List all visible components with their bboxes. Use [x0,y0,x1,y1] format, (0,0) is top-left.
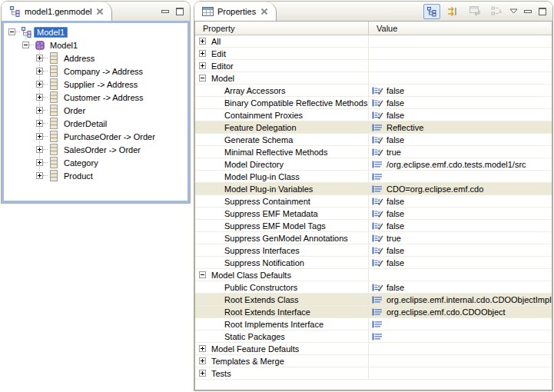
value-cell[interactable] [369,367,552,379]
property-row-all[interactable]: All [195,35,552,48]
tree-item-company-address[interactable]: Company -> Address [4,65,187,78]
property-cell[interactable]: Suppress Interfaces [195,244,369,256]
property-cell[interactable]: Suppress GenModel Annotations [195,232,369,244]
value-cell[interactable]: false [369,195,552,207]
category-cell[interactable]: Model Feature Defaults [195,343,369,354]
value-cell[interactable]: false [369,97,552,108]
expand-icon[interactable] [199,345,206,352]
expand-icon[interactable] [36,94,43,101]
value-cell[interactable] [369,35,552,47]
properties-maximize-icon[interactable] [537,7,547,15]
property-row-suppress-containment[interactable]: Suppress Containmentfalse [195,195,552,208]
property-row-containment-proxies[interactable]: Containment Proxiesfalse [195,109,552,121]
expand-icon[interactable] [36,107,43,114]
restore-default-value-button[interactable] [466,4,483,19]
expand-icon[interactable] [36,133,43,140]
property-cell[interactable]: Root Extends Class [195,294,369,305]
tree-item-label[interactable]: Order [61,106,88,115]
property-row-suppress-interfaces[interactable]: Suppress Interfacesfalse [195,244,552,257]
tree-item-label[interactable]: OrderDetail [61,119,109,128]
property-row-model[interactable]: Model [195,72,552,85]
value-cell[interactable] [369,171,552,182]
property-row-model-directory[interactable]: Model Directory/org.eclipse.emf.cdo.test… [195,158,552,171]
expand-icon[interactable] [199,50,206,57]
value-cell[interactable]: false [369,208,552,219]
property-row-feature-delegation[interactable]: Feature DelegationReflective [195,121,552,134]
property-cell[interactable]: Root Extends Interface [195,306,369,317]
tree-item-label[interactable]: SalesOrder -> Order [61,145,143,154]
tree-item-product[interactable]: Product [4,169,187,182]
tree-item-label[interactable]: Model1 [48,41,80,50]
property-row-suppress-emf-model-tags[interactable]: Suppress EMF Model Tagsfalse [195,220,552,232]
properties-tab[interactable]: Properties [194,2,277,21]
property-row-generate-schema[interactable]: Generate Schemafalse [195,134,552,146]
editor-tab-model1-genmodel[interactable]: model1.genmodel [2,2,112,21]
property-column-header[interactable]: Property [195,22,369,35]
value-cell[interactable]: false [369,244,552,256]
show-categories-button[interactable] [488,4,505,19]
property-row-model-class-defaults[interactable]: Model Class Defaults [195,269,552,281]
property-row-suppress-emf-metadata[interactable]: Suppress EMF Metadatafalse [195,208,552,220]
property-row-suppress-notification[interactable]: Suppress Notificationfalse [195,257,552,269]
properties-tab-close-icon[interactable] [260,7,269,16]
property-row-model-feature-defaults[interactable]: Model Feature Defaults [195,343,552,355]
property-cell[interactable]: Model Plug-in Class [195,171,369,182]
expand-icon[interactable] [36,146,43,153]
value-cell[interactable] [369,72,552,84]
value-cell[interactable]: true [369,232,552,244]
properties-minimize-icon[interactable] [522,7,532,15]
editor-maximize-icon[interactable] [174,7,184,15]
property-cell[interactable]: Generate Schema [195,134,369,145]
value-cell[interactable] [369,48,552,59]
tree-item-salesorder-order[interactable]: SalesOrder -> Order [4,143,187,156]
category-cell[interactable]: All [195,35,369,47]
category-cell[interactable]: Templates & Merge [195,355,369,367]
property-cell[interactable]: Suppress Containment [195,195,369,207]
value-cell[interactable]: Reflective [369,121,552,133]
tree-mode-button[interactable] [423,4,440,19]
tree-item-label[interactable]: PurchaseOrder -> Order [61,132,158,141]
value-cell[interactable] [369,331,552,342]
value-cell[interactable] [369,269,552,281]
collapse-icon[interactable] [22,42,29,48]
tree-item-label[interactable]: Supplier -> Address [61,80,140,89]
view-menu-icon[interactable] [509,8,518,14]
tree-item-label[interactable]: Company -> Address [61,67,145,76]
expand-icon[interactable] [199,62,206,69]
tree-item-model1[interactable]: Model1 [4,38,187,51]
property-cell[interactable]: Array Accessors [195,85,369,96]
value-cell[interactable]: false [369,257,552,268]
expand-icon[interactable] [199,370,206,377]
category-cell[interactable]: Edit [195,48,369,59]
tree-item-address[interactable]: Address [4,51,187,65]
expand-icon[interactable] [199,38,206,45]
property-cell[interactable]: Containment Proxies [195,109,369,121]
tree-item-model1-root[interactable]: Model1 [4,25,187,38]
value-cell[interactable] [369,318,552,330]
property-row-binary-compatible-reflective-methods[interactable]: Binary Compatible Reflective Methodsfals… [195,97,552,109]
property-row-edit[interactable]: Edit [195,48,552,60]
property-cell[interactable]: Minimal Reflective Methods [195,146,369,158]
expand-icon[interactable] [36,120,43,127]
property-cell[interactable]: Suppress EMF Model Tags [195,220,369,231]
expand-icon[interactable] [199,357,206,364]
show-advanced-properties-button[interactable] [445,4,462,19]
value-cell[interactable]: false [369,220,552,231]
tree-item-label[interactable]: Address [61,54,97,63]
value-cell[interactable]: false [369,134,552,145]
expand-icon[interactable] [36,55,43,61]
value-cell[interactable]: false [369,85,552,96]
value-cell[interactable]: org.eclipse.emf.internal.cdo.CDOObjectIm… [369,294,552,305]
value-column-header[interactable]: Value [369,22,552,35]
property-row-editor[interactable]: Editor [195,60,552,72]
property-row-array-accessors[interactable]: Array Accessorsfalse [195,85,552,97]
value-cell[interactable]: org.eclipse.emf.cdo.CDOObject [369,306,552,317]
collapse-icon[interactable] [8,28,15,35]
expand-icon[interactable] [36,172,43,179]
tree-item-label[interactable]: Customer -> Address [61,93,146,102]
property-cell[interactable]: Model Plug-in Variables [195,183,369,194]
property-cell[interactable]: Static Packages [195,331,369,342]
property-cell[interactable]: Suppress Notification [195,257,369,268]
expand-icon[interactable] [36,68,43,75]
tree-item-order[interactable]: Order [4,104,187,117]
